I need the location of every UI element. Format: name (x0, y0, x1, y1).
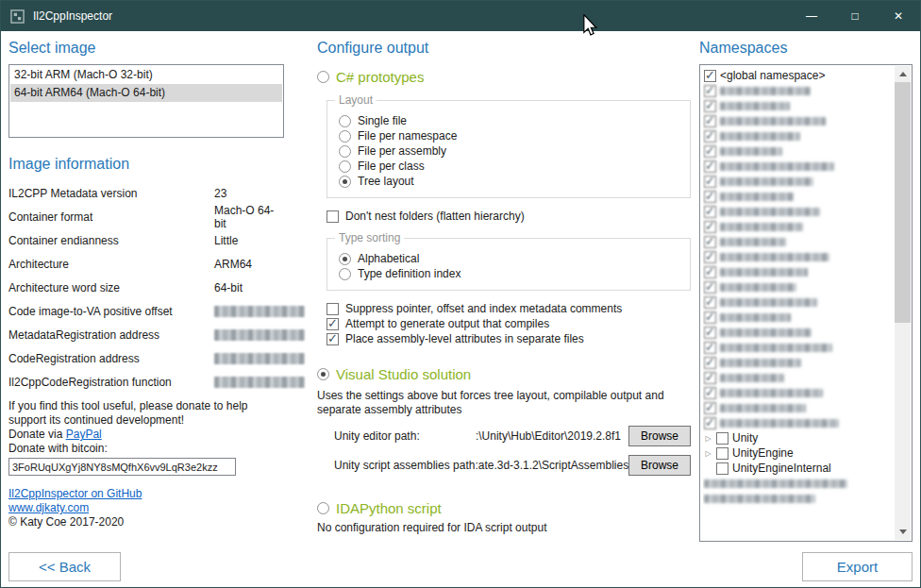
namespace-item[interactable] (703, 340, 893, 355)
namespace-item[interactable] (703, 355, 893, 370)
namespace-checkbox[interactable] (704, 221, 716, 233)
namespace-checkbox[interactable] (704, 327, 716, 339)
checkbox-option[interactable]: Don't nest folders (flatten hierarchy) (327, 210, 695, 223)
namespace-item[interactable] (703, 310, 893, 325)
namespace-checkbox[interactable] (716, 447, 728, 460)
csharp-prototypes-radio[interactable]: C# prototypes (317, 69, 695, 85)
unity-editor-path-value[interactable]: :\Unity\Hub\Editor\2019.2.8f1 (420, 429, 628, 443)
website-link[interactable]: www.djkaty.com (8, 501, 89, 514)
namespace-item[interactable] (703, 476, 893, 491)
checkbox-option[interactable]: Suppress pointer, offset and index metad… (327, 302, 695, 315)
namespace-item[interactable] (703, 370, 893, 385)
namespace-checkbox[interactable] (704, 70, 716, 82)
namespace-item[interactable]: UnityEngineInternal (703, 461, 893, 476)
checkbox-option[interactable]: Attempt to generate output that compiles (327, 317, 695, 330)
namespace-item[interactable] (703, 325, 893, 340)
namespace-item[interactable] (703, 415, 893, 430)
namespace-checkbox[interactable] (704, 100, 716, 112)
namespace-item[interactable] (703, 385, 893, 400)
namespaces-heading: Namespaces (699, 39, 913, 58)
namespace-checkbox[interactable] (704, 145, 716, 158)
namespace-checkbox[interactable] (704, 266, 716, 278)
checkbox-option[interactable]: Place assembly-level attributes in separ… (327, 332, 695, 345)
radio-option[interactable]: Single file (339, 114, 682, 127)
namespace-item[interactable] (703, 174, 893, 189)
close-button[interactable]: ✕ (877, 1, 920, 31)
namespace-item[interactable] (703, 219, 893, 234)
browse-assemblies-path-button[interactable]: Browse (628, 455, 691, 476)
redacted-namespace (720, 87, 811, 95)
namespace-item[interactable]: <global namespace> (703, 68, 893, 83)
namespace-checkbox[interactable] (704, 236, 716, 248)
namespace-item[interactable] (703, 159, 893, 174)
unity-editor-path-label: Unity editor path: (334, 429, 420, 443)
export-button[interactable]: Export (802, 552, 913, 581)
github-link[interactable]: Il2CppInspector on GitHub (8, 487, 142, 500)
maximize-button[interactable]: □ (833, 1, 877, 31)
namespace-checkbox[interactable] (704, 251, 716, 263)
namespace-checkbox[interactable] (704, 191, 716, 203)
visual-studio-radio[interactable]: Visual Studio solution (317, 366, 695, 382)
namespace-checkbox[interactable] (704, 130, 716, 143)
image-information-heading: Image information (8, 155, 284, 174)
namespace-item[interactable] (703, 264, 893, 279)
namespace-item[interactable]: Unity (703, 430, 893, 445)
info-value: Mach-O 64-bit (214, 204, 284, 230)
script-assemblies-path-value[interactable]: ate.3d-3.1.2\ScriptAssemblies (478, 459, 628, 472)
redacted-namespace (720, 162, 834, 171)
namespace-item[interactable] (703, 143, 893, 159)
namespace-item[interactable] (703, 234, 893, 249)
namespace-checkbox[interactable] (704, 311, 716, 324)
namespace-checkbox[interactable] (704, 281, 716, 294)
info-value: ARM64 (214, 258, 284, 271)
redacted-value (214, 353, 305, 364)
namespace-item[interactable]: UnityEngine (703, 445, 893, 461)
scroll-up-icon[interactable] (895, 66, 911, 82)
radio-option[interactable]: Type definition index (339, 267, 682, 280)
namespace-checkbox[interactable] (704, 342, 716, 354)
namespace-checkbox[interactable] (704, 296, 716, 309)
namespace-item[interactable] (703, 294, 893, 310)
paypal-link[interactable]: PayPal (66, 428, 102, 441)
idapython-radio[interactable]: IDAPython script (317, 500, 695, 516)
namespace-checkbox[interactable] (704, 85, 716, 97)
namespace-checkbox[interactable] (704, 160, 716, 173)
namespace-item[interactable] (703, 279, 893, 294)
namespace-item[interactable] (703, 189, 893, 204)
namespace-item[interactable] (703, 249, 893, 264)
redacted-namespace (704, 479, 847, 488)
namespace-item[interactable] (703, 98, 893, 113)
radio-option[interactable]: File per namespace (339, 129, 682, 143)
minimize-button[interactable]: — (790, 1, 833, 31)
browse-editor-path-button[interactable]: Browse (628, 426, 691, 446)
namespace-checkbox[interactable] (704, 115, 716, 127)
radio-option[interactable]: File per class (339, 160, 682, 173)
bitcoin-address-input[interactable] (8, 458, 236, 476)
namespace-item[interactable] (703, 128, 893, 143)
namespace-checkbox[interactable] (704, 206, 716, 218)
namespace-checkbox[interactable] (704, 176, 716, 188)
namespace-checkbox[interactable] (704, 387, 716, 399)
expander-icon[interactable] (704, 434, 712, 443)
radio-option[interactable]: Alphabetical (339, 252, 682, 265)
namespace-item[interactable] (703, 83, 893, 98)
expander-icon[interactable] (704, 449, 712, 458)
namespace-item[interactable] (703, 204, 893, 219)
namespace-item[interactable] (703, 113, 893, 128)
radio-option[interactable]: Tree layout (339, 175, 682, 188)
namespace-item[interactable] (703, 400, 893, 415)
namespace-checkbox[interactable] (704, 357, 716, 369)
namespace-item[interactable] (703, 491, 893, 506)
namespace-checkbox[interactable] (704, 417, 716, 429)
back-button[interactable]: << Back (8, 552, 121, 581)
namespace-checkbox[interactable] (704, 372, 716, 384)
scrollbar-thumb[interactable] (895, 82, 911, 323)
image-list-item[interactable]: 64-bit ARM64 (Mach-O 64-bit) (10, 84, 282, 102)
scroll-down-icon[interactable] (895, 524, 911, 540)
namespace-checkbox[interactable] (716, 432, 728, 445)
namespace-scrollbar[interactable] (895, 66, 911, 540)
radio-option[interactable]: File per assembly (339, 144, 682, 158)
namespace-checkbox[interactable] (704, 402, 716, 414)
image-list-item[interactable]: 32-bit ARM (Mach-O 32-bit) (10, 66, 282, 84)
namespace-checkbox[interactable] (716, 462, 728, 475)
